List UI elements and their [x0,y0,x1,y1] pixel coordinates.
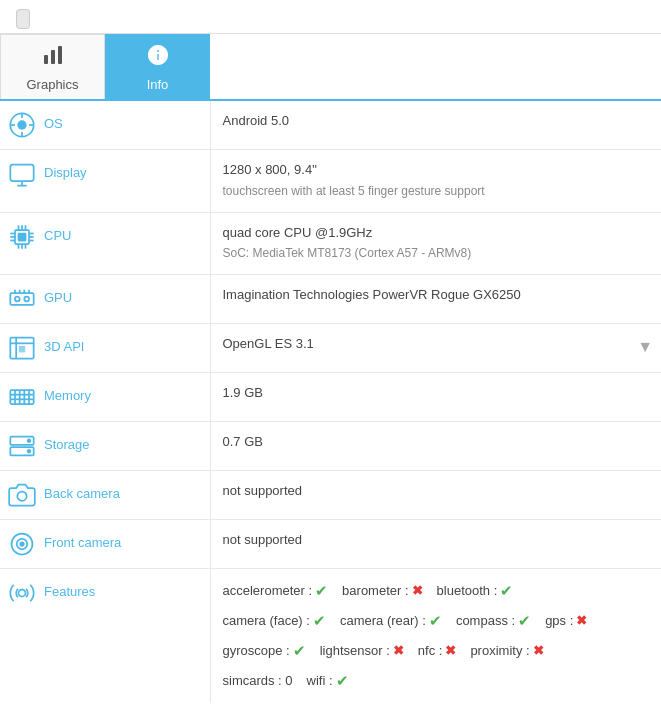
svg-rect-27 [10,293,33,305]
bar-chart-icon [41,43,65,73]
svg-point-53 [19,590,26,597]
3dapi-value: ▼OpenGL ES 3.1 [210,324,661,373]
backcamera-value-text: not supported [223,483,303,498]
backcamera-icon [8,481,36,509]
row-display: Display1280 x 800, 9.4"touchscreen with … [0,150,661,213]
tab-info[interactable]: Info [105,34,210,99]
feature-name-label: bluetooth : [437,581,498,602]
row-memory: Memory1.9 GB [0,373,661,422]
display-value: 1280 x 800, 9.4"touchscreen with at leas… [210,150,661,213]
row-frontcamera: Front cameranot supported [0,520,661,569]
cpu-value-text: quad core CPU @1.9GHz [223,225,373,240]
feature-camera-(rear): camera (rear) : ✔ [340,609,442,633]
3dapi-value-text: OpenGL ES 3.1 [223,336,314,351]
svg-point-48 [28,450,31,453]
tab-info-label: Info [147,77,169,92]
svg-rect-10 [10,165,33,181]
feature-name-label: proximity : [470,641,529,662]
svg-rect-1 [51,50,55,64]
info-table: OSAndroid 5.0Display1280 x 800, 9.4"touc… [0,101,661,703]
display-value-text: 1280 x 800, 9.4" [223,162,317,177]
backcamera-value: not supported [210,471,661,520]
feature-name-label: camera (face) : [223,611,310,632]
gpu-label: GPU [44,285,72,305]
row-os: OSAndroid 5.0 [0,101,661,150]
3dapi-icon [8,334,36,362]
cpu-label: CPU [44,223,71,243]
feature-compass: compass : ✔ [456,609,531,633]
dropdown-icon[interactable]: ▼ [637,334,653,360]
svg-rect-14 [19,233,26,240]
feature-accelerometer: accelerometer : ✔ [223,579,329,603]
svg-point-47 [28,440,31,443]
row-cpu: CPUquad core CPU @1.9GHzSoC: MediaTek MT… [0,212,661,275]
info-icon [146,43,170,73]
feature-nfc: nfc : ✖ [418,641,457,662]
svg-point-52 [20,542,24,546]
check-yes-icon: ✔ [336,669,349,693]
svg-rect-37 [20,347,25,352]
feature-bluetooth: bluetooth : ✔ [437,579,514,603]
display-icon [8,160,36,188]
feature-camera-(face): camera (face) : ✔ [223,609,326,633]
display-sub-text: touchscreen with at least 5 finger gestu… [223,184,485,198]
tab-graphics[interactable]: Graphics [0,34,105,99]
tab-graphics-label: Graphics [26,77,78,92]
gpu-value: Imagination Technologies PowerVR Rogue G… [210,275,661,324]
cpu-value: quad core CPU @1.9GHzSoC: MediaTek MT817… [210,212,661,275]
storage-value-text: 0.7 GB [223,434,263,449]
features-label: Features [44,579,95,599]
page-header [0,0,661,34]
svg-rect-38 [10,390,33,404]
feature-gps: gps : ✖ [545,611,587,632]
check-yes-icon: ✔ [313,609,326,633]
feature-name-label: accelerometer : [223,581,313,602]
feature-name-label: camera (rear) : [340,611,426,632]
gpu-icon [8,285,36,313]
3dapi-label: 3D API [44,334,84,354]
gpu-value-text: Imagination Technologies PowerVR Rogue G… [223,287,521,302]
os-label: OS [44,111,63,131]
row-storage: Storage0.7 GB [0,422,661,471]
feature-name-label: gyroscope : [223,641,290,662]
check-yes-icon: ✔ [315,579,328,603]
row-backcamera: Back cameranot supported [0,471,661,520]
features-icon [8,579,36,607]
header-badge [16,9,30,29]
storage-icon [8,432,36,460]
os-value-text: Android 5.0 [223,113,290,128]
svg-rect-0 [44,55,48,64]
feature-simcards: simcards : 0 [223,671,293,692]
feature-name-label: gps : [545,611,573,632]
cpu-sub-text: SoC: MediaTek MT8173 (Cortex A57 - ARMv8… [223,246,472,260]
feature-name-label: lightsensor : [320,641,390,662]
frontcamera-value: not supported [210,520,661,569]
display-label: Display [44,160,87,180]
svg-point-28 [15,297,20,302]
os-value: Android 5.0 [210,101,661,150]
feature-name-label: nfc : [418,641,443,662]
feature-name-label: wifi : [307,671,333,692]
memory-value: 1.9 GB [210,373,661,422]
memory-value-text: 1.9 GB [223,385,263,400]
svg-point-5 [17,120,26,129]
check-yes-icon: ✔ [429,609,442,633]
memory-icon [8,383,36,411]
row-features: Featuresaccelerometer : ✔barometer : ✖bl… [0,569,661,704]
check-no-icon: ✖ [412,581,423,602]
row-gpu: GPUImagination Technologies PowerVR Rogu… [0,275,661,324]
check-no-icon: ✖ [393,641,404,662]
check-yes-icon: ✔ [518,609,531,633]
check-yes-icon: ✔ [500,579,513,603]
storage-value: 0.7 GB [210,422,661,471]
frontcamera-icon [8,530,36,558]
feature-name-label: compass : [456,611,515,632]
check-yes-icon: ✔ [293,639,306,663]
memory-label: Memory [44,383,91,403]
feature-gyroscope: gyroscope : ✔ [223,639,306,663]
frontcamera-label: Front camera [44,530,121,550]
os-icon [8,111,36,139]
check-no-icon: ✖ [445,641,456,662]
backcamera-label: Back camera [44,481,120,501]
storage-label: Storage [44,432,90,452]
